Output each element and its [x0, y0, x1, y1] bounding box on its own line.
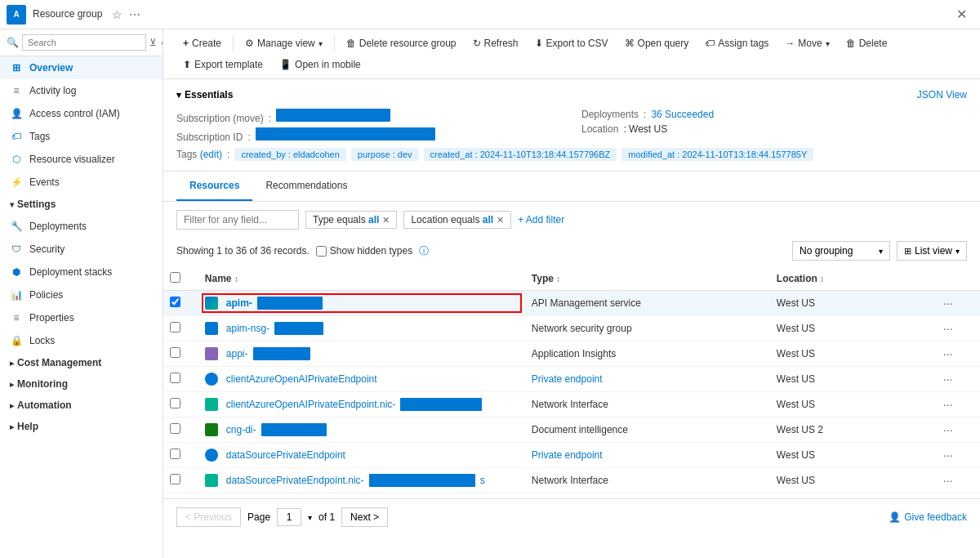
refresh-button[interactable]: ↻ Refresh — [466, 34, 525, 52]
open-query-button[interactable]: ⌘ Open query — [618, 34, 696, 52]
settings-section-header[interactable]: ▾ Settings — [0, 194, 163, 215]
row-more-button[interactable]: ··· — [940, 320, 956, 337]
export-icon: ⬆ — [183, 59, 191, 70]
row-more-button[interactable]: ··· — [940, 346, 956, 362]
sidebar-item-properties[interactable]: ≡ Properties — [0, 306, 163, 329]
export-template-button[interactable]: ⬆ Export template — [176, 56, 270, 74]
header-name[interactable]: Name ↕ — [198, 267, 525, 291]
close-button[interactable]: ✕ — [950, 3, 973, 25]
move-button[interactable]: → Move ▾ — [778, 34, 835, 52]
export-csv-button[interactable]: ⬇ Export to CSV — [528, 34, 615, 52]
location-filter-close[interactable]: ✕ — [497, 215, 504, 225]
row-checkbox[interactable] — [170, 373, 180, 383]
resource-name-link[interactable]: apim- — [205, 297, 519, 310]
row-checkbox[interactable] — [170, 423, 180, 434]
help-section-header[interactable]: ▸ Help — [0, 416, 163, 437]
di-icon — [205, 423, 218, 436]
chevron-right-icon: ▸ — [10, 401, 14, 410]
show-hidden-checkbox[interactable] — [316, 246, 327, 257]
create-button[interactable]: + Create — [176, 34, 228, 52]
star-icon[interactable]: ⋯ — [129, 8, 140, 21]
search-input[interactable] — [22, 34, 146, 51]
row-more-button[interactable]: ··· — [940, 422, 956, 438]
type-filter-close[interactable]: ✕ — [382, 215, 390, 225]
row-more-button[interactable]: ··· — [940, 472, 956, 489]
sidebar-item-policies[interactable]: 📊 Policies — [0, 283, 163, 306]
filter-icon[interactable]: ⊻ — [149, 37, 157, 48]
sidebar-item-deployment-stacks[interactable]: ⬢ Deployment stacks — [0, 261, 163, 283]
resource-name-link[interactable]: apim-nsg- — [205, 322, 519, 335]
add-filter-button[interactable]: + Add filter — [518, 214, 564, 225]
automation-section-header[interactable]: ▸ Automation — [0, 395, 163, 416]
row-checkbox[interactable] — [170, 347, 180, 358]
chevron-right-icon: ▸ — [10, 422, 14, 431]
open-mobile-button[interactable]: 📱 Open in mobile — [273, 56, 368, 74]
tab-resources[interactable]: Resources — [176, 172, 252, 201]
row-checkbox[interactable] — [170, 449, 180, 459]
sidebar-item-deployments[interactable]: 🔧 Deployments — [0, 215, 163, 238]
row-more-button[interactable]: ··· — [940, 396, 956, 413]
sidebar-item-iam[interactable]: 👤 Access control (IAM) — [0, 102, 163, 125]
sidebar-item-activity-log[interactable]: ≡ Activity log — [0, 79, 163, 102]
sidebar-item-label: Deployment stacks — [29, 266, 112, 278]
sidebar-item-overview[interactable]: ⊞ Overview — [0, 56, 163, 79]
feedback-link[interactable]: 👤 Give feedback — [889, 511, 967, 523]
resource-name-link[interactable]: appi- — [205, 347, 519, 360]
filter-input[interactable] — [176, 210, 299, 230]
row-checkbox[interactable] — [170, 474, 180, 484]
row-more-button[interactable]: ··· — [940, 295, 956, 311]
sidebar-item-security[interactable]: 🛡 Security — [0, 238, 163, 261]
row-more-button[interactable]: ··· — [940, 371, 956, 387]
page-label: Page — [247, 511, 270, 523]
row-checkbox[interactable] — [170, 398, 180, 408]
resource-name-link[interactable]: dataSourcePrivateEndpoint.nic-s — [205, 474, 519, 487]
pin-icon[interactable]: ☆ — [112, 8, 122, 21]
monitoring-section-header[interactable]: ▸ Monitoring — [0, 373, 163, 395]
row-type-cell: Network Interface — [525, 468, 770, 493]
sidebar-item-locks[interactable]: 🔒 Locks — [0, 329, 163, 352]
subscription-value — [276, 109, 390, 122]
sidebar-item-tags[interactable]: 🏷 Tags — [0, 125, 163, 148]
previous-page-button[interactable]: < Previous — [176, 507, 241, 527]
download-icon: ⬇ — [535, 38, 543, 49]
assign-tags-button[interactable]: 🏷 Assign tags — [698, 34, 775, 52]
activity-log-icon: ≡ — [10, 84, 23, 97]
overview-icon: ⊞ — [10, 61, 23, 74]
sidebar-item-label: Activity log — [29, 85, 76, 96]
delete-button[interactable]: 🗑 Delete — [840, 34, 894, 52]
select-all-checkbox[interactable] — [170, 272, 180, 283]
resource-name-link[interactable]: dataSourcePrivateEndpoint — [205, 449, 519, 462]
row-more-button[interactable]: ··· — [940, 498, 956, 498]
resource-name-link[interactable]: cng-di- — [205, 423, 519, 436]
visualizer-icon: ⬡ — [10, 153, 23, 166]
list-view-dropdown[interactable]: ⊞ List view ▾ — [897, 241, 967, 261]
events-icon: ⚡ — [10, 176, 23, 189]
sort-icon: ↕ — [556, 275, 560, 283]
header-location[interactable]: Location ↕ — [770, 267, 933, 291]
collapse-icon[interactable]: ▾ — [176, 90, 181, 100]
row-checkbox[interactable] — [170, 322, 180, 333]
row-more-button[interactable]: ··· — [940, 447, 956, 463]
resource-name-link[interactable]: clientAzureOpenAIPrivateEndpoint.nic- — [205, 398, 519, 411]
delete-rg-button[interactable]: 🗑 Delete resource group — [340, 34, 463, 52]
sidebar-item-resource-visualizer[interactable]: ⬡ Resource visualizer — [0, 148, 163, 171]
tab-recommendations[interactable]: Recommendations — [252, 172, 360, 201]
header-type[interactable]: Type ↕ — [525, 267, 770, 291]
row-location-cell: West US — [770, 443, 933, 468]
resource-name-link[interactable]: clientAzureOpenAIPrivateEndpoint — [205, 373, 519, 386]
page-number-input[interactable] — [277, 508, 301, 526]
json-view-link[interactable]: JSON View — [917, 89, 967, 100]
tags-edit-link[interactable]: (edit) — [200, 149, 222, 160]
sidebar-item-events[interactable]: ⚡ Events — [0, 171, 163, 194]
sidebar-item-label: Locks — [29, 335, 55, 346]
chevron-down-icon: ▾ — [879, 247, 883, 256]
sidebar-item-label: Events — [29, 176, 60, 188]
grouping-dropdown[interactable]: No grouping ▾ — [792, 241, 890, 261]
sidebar-item-label: Deployments — [29, 221, 87, 232]
manage-view-button[interactable]: ⚙ Manage view ▾ — [238, 34, 329, 52]
search-icon: 🔍 — [7, 37, 19, 48]
next-page-button[interactable]: Next > — [341, 507, 388, 527]
deployments-link[interactable]: 36 Succeeded — [651, 109, 714, 120]
row-checkbox[interactable] — [170, 297, 180, 307]
cost-management-section-header[interactable]: ▸ Cost Management — [0, 352, 163, 373]
